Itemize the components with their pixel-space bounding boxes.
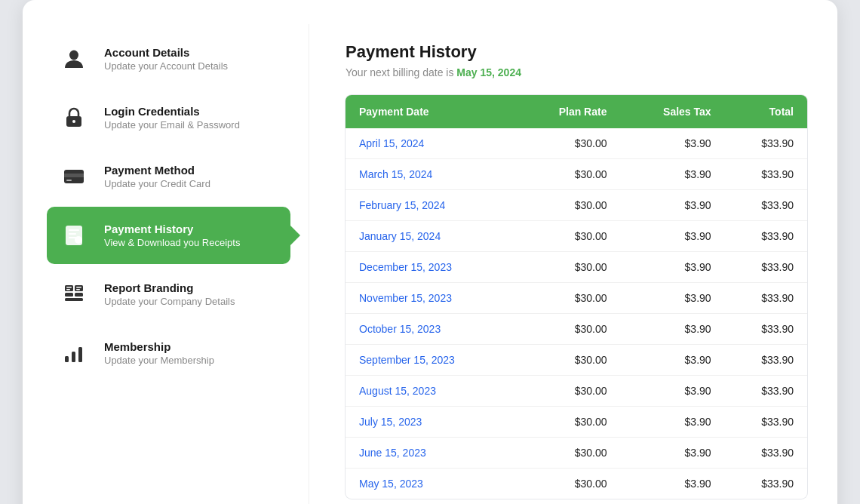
table-row: August 15, 2023 $30.00 $3.90 $33.90 — [346, 376, 807, 407]
total-cell: $33.90 — [725, 376, 807, 407]
total-cell: $33.90 — [725, 252, 807, 283]
svg-rect-8 — [69, 233, 76, 235]
svg-rect-7 — [69, 229, 79, 231]
nav-sub-account-details: Update your Account Details — [104, 60, 228, 72]
table-row: January 15, 2024 $30.00 $3.90 $33.90 — [346, 221, 807, 252]
svg-rect-15 — [75, 293, 83, 297]
svg-rect-17 — [66, 287, 72, 288]
svg-rect-19 — [76, 287, 81, 288]
total-cell: $33.90 — [725, 345, 807, 376]
lock-icon — [57, 101, 91, 134]
total-cell: $33.90 — [725, 314, 807, 345]
svg-rect-23 — [78, 347, 82, 362]
total-cell: $33.90 — [725, 159, 807, 190]
table-row: July 15, 2023 $30.00 $3.90 $33.90 — [346, 407, 807, 438]
payment-date-cell[interactable]: October 15, 2023 — [346, 314, 516, 345]
plan-rate-cell: $30.00 — [516, 469, 620, 499]
payment-date-cell[interactable]: February 15, 2024 — [346, 190, 516, 221]
nav-sub-payment-method: Update your Credit Card — [104, 178, 210, 189]
sidebar-item-payment-history[interactable]: $ Payment History View & Download you Re… — [47, 207, 290, 264]
sales-tax-cell: $3.90 — [620, 469, 724, 499]
payment-history-table: Payment Date Plan Rate Sales Tax Total A… — [346, 95, 807, 499]
sales-tax-cell: $3.90 — [620, 345, 724, 376]
receipt-icon: $ — [57, 219, 91, 252]
svg-rect-16 — [65, 298, 83, 301]
total-cell: $33.90 — [725, 438, 807, 469]
col-header-payment-date: Payment Date — [346, 95, 516, 128]
nav-title-report-branding: Report Branding — [104, 281, 235, 294]
table-row: September 15, 2023 $30.00 $3.90 $33.90 — [346, 345, 807, 376]
payment-date-cell[interactable]: June 15, 2023 — [346, 438, 516, 469]
sidebar-item-report-branding[interactable]: Report Branding Update your Company Deta… — [47, 266, 290, 323]
card-icon — [57, 160, 91, 193]
sidebar-item-login-credentials[interactable]: Login Credentials Update your Email & Pa… — [47, 89, 290, 146]
person-icon — [57, 42, 91, 75]
col-header-sales-tax: Sales Tax — [620, 95, 724, 128]
svg-text:$: $ — [77, 238, 81, 244]
svg-rect-13 — [75, 285, 83, 291]
table-row: March 15, 2024 $30.00 $3.90 $33.90 — [346, 159, 807, 190]
table-header-row: Payment Date Plan Rate Sales Tax Total — [346, 95, 807, 128]
payment-date-cell[interactable]: September 15, 2023 — [346, 345, 516, 376]
table-row: November 15, 2023 $30.00 $3.90 $33.90 — [346, 283, 807, 314]
plan-rate-cell: $30.00 — [516, 221, 620, 252]
branding-icon — [57, 278, 91, 311]
nav-title-payment-history: Payment History — [104, 223, 240, 235]
plan-rate-cell: $30.00 — [516, 438, 620, 469]
plan-rate-cell: $30.00 — [516, 283, 620, 314]
payment-date-cell[interactable]: May 15, 2023 — [346, 469, 516, 499]
sales-tax-cell: $3.90 — [620, 252, 724, 283]
table-row: April 15, 2024 $30.00 $3.90 $33.90 — [346, 128, 807, 159]
main-content: Payment History Your next billing date i… — [309, 24, 837, 504]
svg-rect-14 — [65, 293, 73, 297]
nav-title-payment-method: Payment Method — [104, 164, 210, 177]
sidebar-item-account-details[interactable]: Account Details Update your Account Deta… — [47, 30, 290, 88]
svg-point-2 — [72, 120, 75, 123]
total-cell: $33.90 — [725, 221, 807, 252]
table-row: June 15, 2023 $30.00 $3.90 $33.90 — [346, 438, 807, 469]
payment-date-cell[interactable]: January 15, 2024 — [346, 221, 516, 252]
svg-rect-18 — [66, 289, 70, 290]
sidebar-item-payment-method[interactable]: Payment Method Update your Credit Card — [47, 148, 290, 205]
sales-tax-cell: $3.90 — [620, 221, 724, 252]
billing-notice: Your next billing date is May 15, 2024 — [346, 66, 807, 78]
total-cell: $33.90 — [725, 128, 807, 159]
plan-rate-cell: $30.00 — [516, 407, 620, 438]
payment-date-cell[interactable]: March 15, 2024 — [346, 159, 516, 190]
sales-tax-cell: $3.90 — [620, 438, 724, 469]
sales-tax-cell: $3.90 — [620, 128, 724, 159]
plan-rate-cell: $30.00 — [516, 128, 620, 159]
table-row: February 15, 2024 $30.00 $3.90 $33.90 — [346, 190, 807, 221]
total-cell: $33.90 — [725, 407, 807, 438]
svg-rect-4 — [64, 174, 84, 177]
billing-date: May 15, 2024 — [456, 66, 521, 78]
sales-tax-cell: $3.90 — [620, 283, 724, 314]
nav-title-membership: Membership — [104, 340, 214, 353]
plan-rate-cell: $30.00 — [516, 159, 620, 190]
svg-rect-20 — [76, 289, 80, 290]
payment-date-cell[interactable]: December 15, 2023 — [346, 252, 516, 283]
sales-tax-cell: $3.90 — [620, 376, 724, 407]
payment-date-cell[interactable]: November 15, 2023 — [346, 283, 516, 314]
total-cell: $33.90 — [725, 190, 807, 221]
table-row: December 15, 2023 $30.00 $3.90 $33.90 — [346, 252, 807, 283]
svg-rect-12 — [65, 285, 73, 291]
settings-card: Account Details Update your Account Deta… — [23, 0, 837, 504]
col-header-total: Total — [725, 95, 807, 128]
sales-tax-cell: $3.90 — [620, 314, 724, 345]
payment-date-cell[interactable]: July 15, 2023 — [346, 407, 516, 438]
payment-date-cell[interactable]: August 15, 2023 — [346, 376, 516, 407]
sales-tax-cell: $3.90 — [620, 407, 724, 438]
svg-rect-21 — [65, 356, 69, 362]
plan-rate-cell: $30.00 — [516, 252, 620, 283]
page-title: Payment History — [346, 42, 807, 62]
plan-rate-cell: $30.00 — [516, 190, 620, 221]
plan-rate-cell: $30.00 — [516, 376, 620, 407]
nav-title-account-details: Account Details — [104, 46, 228, 59]
col-header-plan-rate: Plan Rate — [516, 95, 620, 128]
sidebar-item-membership[interactable]: Membership Update your Membership — [47, 324, 290, 382]
total-cell: $33.90 — [725, 283, 807, 314]
table-row: May 15, 2023 $30.00 $3.90 $33.90 — [346, 469, 807, 499]
table-row: October 15, 2023 $30.00 $3.90 $33.90 — [346, 314, 807, 345]
payment-date-cell[interactable]: April 15, 2024 — [346, 128, 516, 159]
